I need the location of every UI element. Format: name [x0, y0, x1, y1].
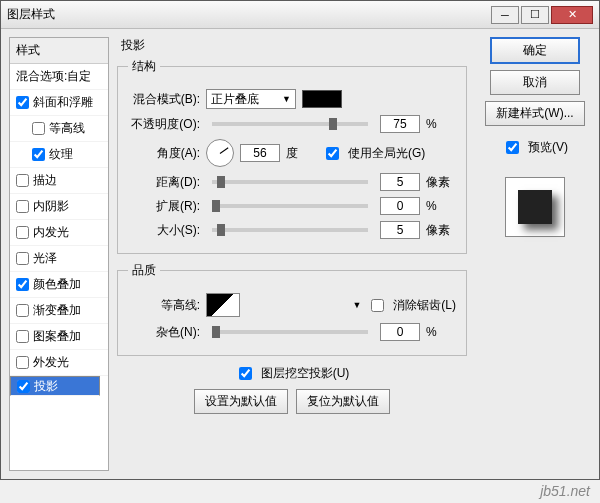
sidebar-item-label: 纹理 — [49, 146, 73, 163]
structure-legend: 结构 — [128, 58, 160, 75]
sidebar-checkbox[interactable] — [16, 252, 29, 265]
sidebar-item-1[interactable]: 等高线 — [10, 116, 108, 142]
sidebar-item-6[interactable]: 光泽 — [10, 246, 108, 272]
sidebar-header: 样式 — [10, 38, 108, 64]
size-unit: 像素 — [426, 222, 456, 239]
antialias-checkbox[interactable] — [371, 299, 384, 312]
sidebar-item-11[interactable]: 投影 — [10, 376, 100, 396]
noise-value[interactable]: 0 — [380, 323, 420, 341]
sidebar-item-2[interactable]: 纹理 — [10, 142, 108, 168]
sidebar-item-label: 斜面和浮雕 — [33, 94, 93, 111]
antialias-label: 消除锯齿(L) — [393, 297, 456, 314]
layer-style-dialog: 图层样式 ─ ☐ ✕ 样式 混合选项:自定 斜面和浮雕等高线纹理描边内阴影内发光… — [0, 0, 600, 480]
shadow-color-swatch[interactable] — [302, 90, 342, 108]
spread-value[interactable]: 0 — [380, 197, 420, 215]
knockout-label: 图层挖空投影(U) — [261, 365, 350, 382]
global-light-checkbox[interactable] — [326, 147, 339, 160]
blend-mode-value: 正片叠底 — [211, 91, 259, 108]
spread-slider[interactable] — [212, 204, 368, 208]
maximize-button[interactable]: ☐ — [521, 6, 549, 24]
sidebar-item-label: 投影 — [34, 378, 58, 395]
opacity-label: 不透明度(O): — [128, 116, 200, 133]
blend-mode-select[interactable]: 正片叠底 ▼ — [206, 89, 296, 109]
preview-thumbnail — [505, 177, 565, 237]
preview-checkbox[interactable] — [506, 141, 519, 154]
reset-default-button[interactable]: 复位为默认值 — [296, 389, 390, 414]
sidebar-item-8[interactable]: 渐变叠加 — [10, 298, 108, 324]
size-slider[interactable] — [212, 228, 368, 232]
knockout-checkbox[interactable] — [239, 367, 252, 380]
minimize-button[interactable]: ─ — [491, 6, 519, 24]
angle-label: 角度(A): — [128, 145, 200, 162]
sidebar-item-label: 光泽 — [33, 250, 57, 267]
cancel-button[interactable]: 取消 — [490, 70, 580, 95]
quality-legend: 品质 — [128, 262, 160, 279]
ok-button[interactable]: 确定 — [490, 37, 580, 64]
window-title: 图层样式 — [7, 6, 489, 23]
angle-dial[interactable] — [206, 139, 234, 167]
sidebar-item-label: 描边 — [33, 172, 57, 189]
opacity-slider[interactable] — [212, 122, 368, 126]
sidebar-item-label: 颜色叠加 — [33, 276, 81, 293]
distance-value[interactable]: 5 — [380, 173, 420, 191]
distance-label: 距离(D): — [128, 174, 200, 191]
right-column: 确定 取消 新建样式(W)... 预览(V) — [475, 37, 595, 471]
blend-mode-label: 混合模式(B): — [128, 91, 200, 108]
structure-group: 结构 混合模式(B): 正片叠底 ▼ 不透明度(O): 75 % — [117, 58, 467, 254]
sidebar-checkbox[interactable] — [16, 278, 29, 291]
sidebar-item-label: 外发光 — [33, 354, 69, 371]
sidebar-item-7[interactable]: 颜色叠加 — [10, 272, 108, 298]
contour-picker[interactable] — [206, 293, 240, 317]
distance-slider[interactable] — [212, 180, 368, 184]
sidebar-checkbox[interactable] — [16, 304, 29, 317]
global-light-label: 使用全局光(G) — [348, 145, 425, 162]
styles-sidebar: 样式 混合选项:自定 斜面和浮雕等高线纹理描边内阴影内发光光泽颜色叠加渐变叠加图… — [9, 37, 109, 471]
preview-label: 预览(V) — [528, 139, 568, 156]
noise-label: 杂色(N): — [128, 324, 200, 341]
new-style-button[interactable]: 新建样式(W)... — [485, 101, 584, 126]
set-default-button[interactable]: 设置为默认值 — [194, 389, 288, 414]
sidebar-item-label: 等高线 — [49, 120, 85, 137]
size-label: 大小(S): — [128, 222, 200, 239]
panel-title: 投影 — [121, 37, 467, 54]
sidebar-item-9[interactable]: 图案叠加 — [10, 324, 108, 350]
sidebar-item-10[interactable]: 外发光 — [10, 350, 108, 376]
noise-unit: % — [426, 325, 456, 339]
sidebar-item-label: 内发光 — [33, 224, 69, 241]
distance-unit: 像素 — [426, 174, 456, 191]
sidebar-item-5[interactable]: 内发光 — [10, 220, 108, 246]
sidebar-checkbox[interactable] — [16, 356, 29, 369]
angle-unit: 度 — [286, 145, 316, 162]
sidebar-item-4[interactable]: 内阴影 — [10, 194, 108, 220]
sidebar-checkbox[interactable] — [16, 200, 29, 213]
opacity-value[interactable]: 75 — [380, 115, 420, 133]
contour-label: 等高线: — [128, 297, 200, 314]
opacity-unit: % — [426, 117, 456, 131]
chevron-down-icon: ▼ — [282, 94, 291, 104]
sidebar-checkbox[interactable] — [17, 380, 30, 393]
sidebar-checkbox[interactable] — [32, 148, 45, 161]
sidebar-item-label: 图案叠加 — [33, 328, 81, 345]
angle-value[interactable]: 56 — [240, 144, 280, 162]
spread-label: 扩展(R): — [128, 198, 200, 215]
size-value[interactable]: 5 — [380, 221, 420, 239]
drop-shadow-panel: 投影 结构 混合模式(B): 正片叠底 ▼ 不透明度(O): — [117, 37, 467, 471]
sidebar-checkbox[interactable] — [16, 226, 29, 239]
sidebar-item-label: 内阴影 — [33, 198, 69, 215]
sidebar-item-label: 渐变叠加 — [33, 302, 81, 319]
sidebar-item-3[interactable]: 描边 — [10, 168, 108, 194]
spread-unit: % — [426, 199, 456, 213]
titlebar[interactable]: 图层样式 ─ ☐ ✕ — [1, 1, 599, 29]
close-button[interactable]: ✕ — [551, 6, 593, 24]
sidebar-checkbox[interactable] — [16, 330, 29, 343]
sidebar-item-0[interactable]: 斜面和浮雕 — [10, 90, 108, 116]
quality-group: 品质 等高线: ▼ 消除锯齿(L) 杂色(N): 0 % — [117, 262, 467, 356]
noise-slider[interactable] — [212, 330, 368, 334]
sidebar-checkbox[interactable] — [16, 174, 29, 187]
sidebar-checkbox[interactable] — [32, 122, 45, 135]
sidebar-checkbox[interactable] — [16, 96, 29, 109]
blend-options-row[interactable]: 混合选项:自定 — [10, 64, 108, 90]
chevron-down-icon[interactable]: ▼ — [352, 300, 361, 310]
